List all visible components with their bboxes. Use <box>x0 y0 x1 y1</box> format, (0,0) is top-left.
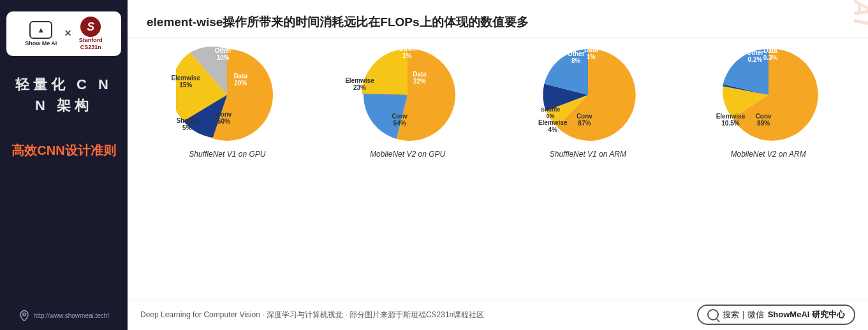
svg-point-0 <box>23 313 26 316</box>
elemwise-label-1: Elemwise15% <box>171 75 200 89</box>
search-label: 搜索｜微信 <box>723 309 764 320</box>
nav-icon <box>18 310 30 321</box>
pie-shufflenet-v1-gpu: Conv50% Data20% Other10% Elemwise15% Shu… <box>176 44 278 146</box>
chart-label-4: MobileNet V2 on ARM <box>730 150 805 159</box>
chart-label-3: ShuffleNet V1 on ARM <box>550 150 626 159</box>
data-label-4: Data0.3% <box>763 47 778 61</box>
conv-label-1: Conv50% <box>216 111 232 125</box>
footer-url: http://www.showmeai.tech/ <box>34 312 109 319</box>
pie-mobilenet-v2-gpu: Conv54% Data22% Other1% Elemwise23% <box>357 44 459 146</box>
pie-shufflenet-v1-arm: Conv87% Data1% Other8% Elemwise4% Shuffl… <box>537 44 639 146</box>
search-brand: ShowMeAI 研究中心 <box>768 309 845 320</box>
search-icon <box>707 309 719 320</box>
shuffle-label-3: Shuffle0% <box>541 106 561 119</box>
conv-label-2: Conv54% <box>392 113 408 127</box>
other-label-4: Other0.2% <box>747 49 764 63</box>
chart-shufflenet-v1-arm: Conv87% Data1% Other8% Elemwise4% Shuffl… <box>501 44 675 159</box>
sidebar-footer[interactable]: http://www.showmeai.tech/ <box>18 310 109 321</box>
charts-area: Conv50% Data20% Other10% Elemwise15% Shu… <box>128 38 868 299</box>
data-label-1: Data20% <box>233 73 247 87</box>
sidebar-subtitle: 高效CNN设计准则 <box>11 141 115 159</box>
elemwise-label-2: Elemwise23% <box>345 77 374 91</box>
stanford-logo: S StanfordCS231n <box>79 17 103 51</box>
shuffle-label-1: Shuffle5% <box>176 117 198 131</box>
bottom-left-text: Deep Learning for Computer Vision · 深度学习… <box>140 310 484 320</box>
pie-mobilenet-v2-arm: Conv89% Data0.3% Other0.2% Elemwise10.5% <box>717 44 820 146</box>
sidebar: Show Me AI × S StanfordCS231n 轻量化 C N N … <box>0 0 128 330</box>
main-content: element-wise操作所带来的时间消耗远比在FLOPs上的体现的数值要多 … <box>128 0 868 330</box>
conv-label-3: Conv87% <box>577 113 592 127</box>
elemwise-label-3: Elemwise4% <box>538 119 568 133</box>
conv-label-4: Conv89% <box>756 113 772 127</box>
stanford-s-icon: S <box>80 17 101 37</box>
chart-mobilenet-v2-gpu: Conv54% Data22% Other1% Elemwise23% Mobi… <box>321 44 495 159</box>
cross-symbol: × <box>64 27 71 40</box>
showmeai-icon <box>29 21 52 39</box>
main-header: element-wise操作所带来的时间消耗远比在FLOPs上的体现的数值要多 <box>128 0 868 38</box>
logo-area: Show Me AI × S StanfordCS231n <box>6 11 121 56</box>
chart-shufflenet-v1-gpu: Conv50% Data20% Other10% Elemwise15% Shu… <box>140 44 314 159</box>
sidebar-title: 轻量化 C N N 架构 <box>6 74 121 116</box>
chart-label-2: MobileNet V2 on GPU <box>370 150 445 159</box>
elemwise-label-4: Elemwise10.5% <box>716 113 746 127</box>
stanford-text: StanfordCS231n <box>79 37 103 51</box>
bottom-bar: Deep Learning for Computer Vision · 深度学习… <box>128 299 868 330</box>
other-label-1: Other10% <box>214 47 232 61</box>
chart-label-1: ShuffleNet V1 on GPU <box>189 150 265 159</box>
data-label-2: Data22% <box>413 71 427 85</box>
other-label-3: Other8% <box>568 50 585 64</box>
showmeai-logo: Show Me AI <box>25 21 57 47</box>
other-label-2: Other1% <box>399 45 416 59</box>
data-label-3: Data1% <box>584 47 598 61</box>
chart-mobilenet-v2-arm: Conv89% Data0.3% Other0.2% Elemwise10.5%… <box>681 44 855 159</box>
showmeai-text: Show Me AI <box>25 40 57 47</box>
search-box[interactable]: 搜索｜微信 ShowMeAI 研究中心 <box>697 305 855 325</box>
